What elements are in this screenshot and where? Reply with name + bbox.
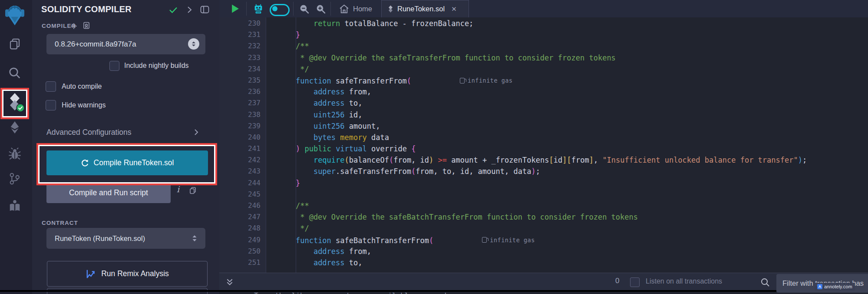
- zoom-in-icon[interactable]: [316, 4, 326, 16]
- code-text: }: [278, 177, 300, 189]
- line-number: 235: [219, 75, 261, 86]
- code-line[interactable]: 238 uint256 id,: [219, 109, 868, 120]
- search-icon[interactable]: [8, 67, 21, 80]
- close-tab-icon[interactable]: ✕: [451, 5, 457, 13]
- code-line[interactable]: 230 return totalBalance - frozenBalance;: [219, 18, 868, 29]
- watermark-label: annotely.com: [824, 284, 852, 289]
- line-number: 251: [219, 257, 261, 268]
- code-line[interactable]: 240 bytes memory data: [219, 132, 868, 143]
- watermark-logo: A: [817, 284, 822, 289]
- remix-logo[interactable]: [5, 4, 24, 26]
- gas-estimate-annotation: infinite gas: [460, 75, 513, 86]
- gas-pump-icon: [460, 78, 465, 84]
- pin-panel-chevron-icon[interactable]: [187, 6, 192, 15]
- code-line[interactable]: 246 /**: [219, 200, 868, 211]
- code-line[interactable]: 250 address from,: [219, 246, 868, 257]
- tab-home[interactable]: Home: [333, 0, 378, 17]
- code-text: * @dev Override the safeBatchTransferFro…: [278, 211, 638, 223]
- code-text: uint256 amount,: [278, 120, 380, 132]
- code-line[interactable]: 251 address to,: [219, 257, 868, 268]
- copy-icon[interactable]: [188, 186, 197, 197]
- file-explorer-icon[interactable]: [8, 37, 21, 50]
- toolbar-separator: [330, 2, 331, 16]
- code-viewport[interactable]: 230 return totalBalance - frozenBalance;…: [219, 17, 868, 273]
- code-text: require(balanceOf(from, id) >= amount + …: [278, 154, 807, 166]
- code-lines: 230 return totalBalance - frozenBalance;…: [219, 18, 868, 268]
- compiler-license-icon[interactable]: [83, 22, 90, 32]
- code-text: /**: [278, 200, 309, 211]
- run-remix-analysis-button[interactable]: Run Remix Analysis: [47, 261, 208, 287]
- copilot-toggle[interactable]: [270, 4, 290, 16]
- line-number: 236: [219, 86, 261, 97]
- code-line[interactable]: 236 address from,: [219, 86, 868, 97]
- code-text: */: [278, 223, 309, 234]
- transaction-count: 0: [615, 277, 619, 285]
- line-number: 239: [219, 120, 261, 132]
- solidity-compiler-panel: SOLIDITY COMPILER COMPILER: [32, 0, 219, 294]
- code-line[interactable]: 243 super.safeTransferFrom(from, to, id,…: [219, 166, 868, 177]
- code-line[interactable]: 245: [219, 189, 868, 200]
- tab-runetoken-sol[interactable]: RuneToken.sol ✕: [381, 0, 469, 17]
- code-text: bytes memory data: [278, 132, 389, 143]
- line-number: 237: [219, 97, 261, 109]
- git-icon[interactable]: [9, 172, 20, 185]
- code-line[interactable]: 231 }: [219, 29, 868, 40]
- code-line[interactable]: 249 function safeBatchTransferFrom(infin…: [219, 234, 868, 246]
- watermark: A annotely.com: [815, 283, 855, 291]
- line-number: 238: [219, 109, 261, 120]
- code-line[interactable]: 247 * @dev Override the safeBatchTransfe…: [219, 211, 868, 223]
- version-select-updown-icon: [188, 38, 199, 50]
- advanced-configurations-toggle[interactable]: Advanced Configurations: [46, 128, 132, 137]
- remix-ide-window: SOLIDITY COMPILER COMPILER: [0, 0, 868, 294]
- line-number: 241: [219, 143, 261, 154]
- code-line[interactable]: 244 }: [219, 177, 868, 189]
- editor-area: Home RuneToken.sol ✕ 230 return totalBal…: [219, 0, 868, 294]
- contract-select[interactable]: RuneToken (RuneToken.sol): [46, 228, 205, 249]
- code-text: return totalBalance - frozenBalance;: [278, 18, 473, 29]
- auto-compile-checkbox[interactable]: [46, 81, 56, 92]
- code-line[interactable]: 248 */: [219, 223, 868, 234]
- code-line[interactable]: 242 require(balanceOf(from, id) >= amoun…: [219, 154, 868, 166]
- code-line[interactable]: 241 ) public virtual override {: [219, 143, 868, 154]
- side-panel-layout-icon[interactable]: [200, 6, 209, 15]
- contract-select-value: RuneToken (RuneToken.sol): [46, 234, 145, 243]
- code-line[interactable]: 235 function safeTransferFrom(infinite g…: [219, 75, 868, 86]
- compiler-version-select[interactable]: 0.8.26+commit.8a97fa7a: [46, 34, 205, 54]
- add-custom-compiler-icon[interactable]: [70, 23, 77, 31]
- terminal-search-icon[interactable]: [760, 277, 770, 289]
- compile-button[interactable]: Compile RuneToken.sol: [46, 150, 208, 175]
- code-line[interactable]: 239 uint256 amount,: [219, 120, 868, 132]
- include-nightly-label: Include nightly builds: [124, 62, 189, 70]
- code-line[interactable]: 237 address to,: [219, 97, 868, 109]
- info-icon[interactable]: i: [177, 184, 179, 194]
- zoom-out-icon[interactable]: [299, 4, 309, 16]
- listen-all-transactions-checkbox[interactable]: [630, 277, 640, 287]
- code-text: }: [278, 29, 300, 40]
- include-nightly-checkbox[interactable]: [109, 61, 119, 71]
- ai-copilot-robot-icon[interactable]: [253, 4, 264, 16]
- run-script-play-icon[interactable]: [231, 3, 240, 16]
- line-number: 234: [219, 63, 261, 75]
- compile-and-run-button[interactable]: Compile and Run script: [46, 182, 171, 203]
- editor-toolbar: Home RuneToken.sol ✕: [219, 0, 868, 18]
- advanced-chevron-icon[interactable]: [194, 129, 198, 137]
- toolbar-separator: [293, 2, 294, 16]
- toolbar-separator: [246, 2, 247, 16]
- deploy-run-icon[interactable]: [9, 120, 21, 134]
- contract-select-updown-icon: [191, 234, 198, 244]
- code-line[interactable]: 232 /**: [219, 40, 868, 52]
- code-line[interactable]: 234 */: [219, 63, 868, 75]
- code-text: */: [278, 63, 309, 75]
- hide-warnings-checkbox[interactable]: [46, 100, 56, 110]
- code-text: super.safeTransferFrom(from, to, id, amo…: [278, 166, 540, 177]
- learneth-icon[interactable]: [8, 199, 21, 212]
- code-text: uint256 id,: [278, 109, 363, 120]
- hide-warnings-label: Hide warnings: [62, 101, 106, 109]
- code-line[interactable]: 233 * @dev Override the safeTransferFrom…: [219, 52, 868, 63]
- line-number: 233: [219, 52, 261, 63]
- expand-terminal-chevrons-icon[interactable]: [226, 278, 233, 288]
- line-number: 247: [219, 211, 261, 223]
- debugger-icon[interactable]: [8, 147, 21, 160]
- line-number: 249: [219, 234, 261, 246]
- analysis-chart-icon: [86, 269, 96, 279]
